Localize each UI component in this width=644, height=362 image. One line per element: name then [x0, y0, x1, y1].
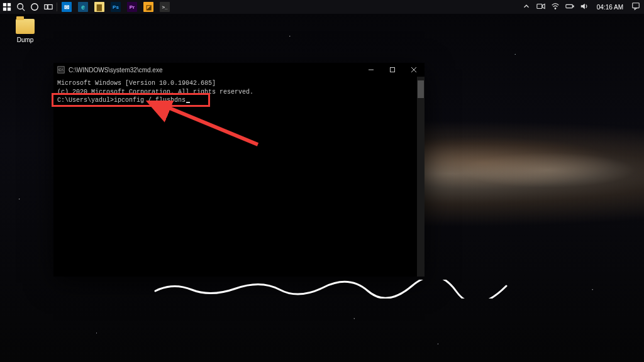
cortana-button[interactable]: [28, 0, 42, 14]
task-view-button[interactable]: [42, 0, 55, 14]
tray-volume-icon[interactable]: [580, 2, 589, 12]
window-controls: [360, 63, 425, 77]
tray-wifi-icon[interactable]: [551, 2, 560, 12]
minimize-button[interactable]: [360, 63, 382, 77]
svg-line-5: [23, 9, 25, 11]
svg-rect-13: [572, 6, 574, 7]
svg-rect-19: [391, 68, 395, 72]
tray-chevron-icon[interactable]: [522, 2, 531, 12]
cmd-scrollbar-thumb[interactable]: [418, 80, 424, 98]
taskbar: ✉ e ▇ Ps Pr ◪ >_ 04:16 AM: [0, 0, 644, 14]
desktop-icon-label: Dump: [10, 36, 40, 43]
svg-marker-14: [580, 4, 584, 9]
taskbar-clock[interactable]: 04:16 AM: [594, 4, 626, 11]
taskbar-tray: 04:16 AM: [522, 0, 644, 14]
app-premiere[interactable]: Pr: [124, 0, 140, 14]
svg-rect-12: [566, 4, 573, 8]
cmd-icon: C:\: [57, 66, 65, 74]
svg-rect-15: [633, 3, 640, 8]
action-center-icon[interactable]: [631, 2, 640, 12]
cmd-scrollbar[interactable]: [417, 77, 425, 277]
close-button[interactable]: [403, 63, 425, 77]
svg-rect-1: [8, 3, 11, 6]
svg-point-4: [18, 4, 23, 9]
tray-battery-icon[interactable]: [565, 2, 574, 12]
svg-rect-3: [8, 8, 11, 11]
cmd-line-version: Microsoft Windows [Version 10.0.19042.68…: [57, 79, 421, 88]
start-button[interactable]: [0, 0, 14, 14]
svg-point-6: [31, 4, 38, 11]
svg-point-11: [555, 8, 556, 9]
cmd-title: C:\WINDOWS\system32\cmd.exe: [69, 67, 162, 74]
svg-rect-2: [3, 8, 6, 11]
app-yellow[interactable]: ◪: [140, 0, 157, 14]
svg-rect-9: [537, 4, 542, 9]
maximize-button[interactable]: [382, 63, 403, 77]
annotation-highlight-box: [52, 93, 210, 107]
app-photoshop[interactable]: Ps: [108, 0, 124, 14]
svg-rect-7: [45, 5, 47, 9]
app-edge[interactable]: e: [75, 0, 91, 14]
app-mail[interactable]: ✉: [58, 0, 75, 14]
folder-icon: [16, 19, 35, 34]
cmd-titlebar[interactable]: C:\ C:\WINDOWS\system32\cmd.exe: [53, 63, 425, 77]
svg-rect-0: [3, 3, 6, 6]
app-cmd[interactable]: >_: [157, 0, 173, 14]
svg-text:C:\: C:\: [58, 68, 64, 72]
search-button[interactable]: [14, 0, 28, 14]
desktop-icon-dump[interactable]: Dump: [10, 19, 40, 43]
taskbar-left: ✉ e ▇ Ps Pr ◪ >_: [0, 0, 173, 14]
svg-marker-10: [542, 4, 545, 9]
svg-rect-8: [48, 5, 52, 9]
taskbar-divider: [57, 3, 57, 11]
tray-meet-now-icon[interactable]: [536, 2, 545, 12]
app-explorer[interactable]: ▇: [91, 0, 108, 14]
